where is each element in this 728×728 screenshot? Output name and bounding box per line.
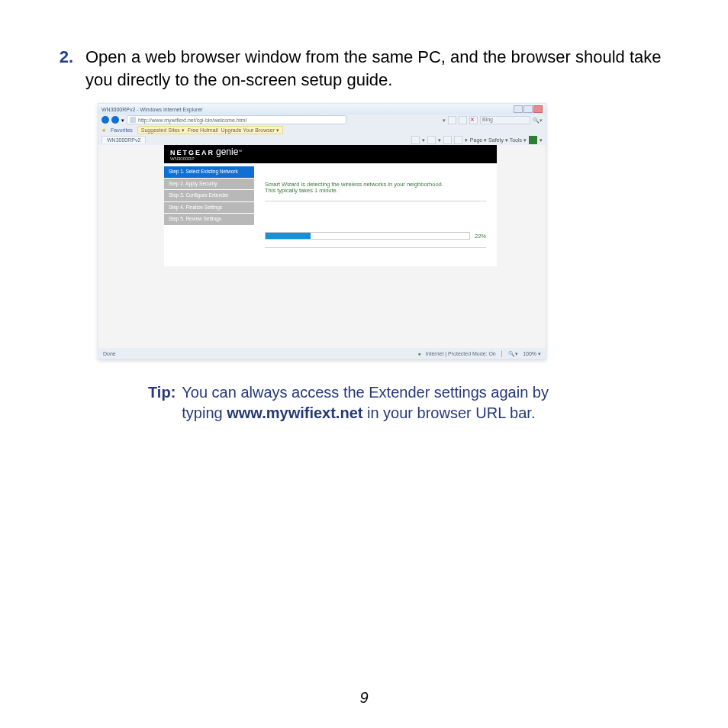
globe-icon: ● — [417, 351, 420, 356]
forward-icon[interactable] — [111, 116, 119, 124]
document-page: 2. Open a web browser window from the sa… — [0, 0, 728, 728]
ie-toolbar: ▾ ▾ ▾ Page ▾ Safety ▾ Tools ▾ ▾ — [411, 136, 543, 144]
tip-label: Tip: — [148, 382, 176, 424]
free-hotmail-link[interactable]: Free Hotmail — [188, 127, 218, 133]
step-number: 2. — [52, 46, 73, 91]
search-input[interactable]: Bing — [480, 116, 530, 124]
tip-block: Tip: You can always access the Extender … — [148, 382, 575, 424]
step-text: Open a web browser window from the same … — [85, 46, 676, 91]
favorites-bar: ★ Favorites Suggested Sites ▾ Free Hotma… — [98, 125, 546, 134]
instruction-step: 2. Open a web browser window from the sa… — [52, 46, 676, 91]
wizard-step-1[interactable]: Step 1. Select Existing Network — [164, 166, 254, 179]
page-number: 9 — [0, 689, 728, 707]
left-gutter — [98, 145, 164, 348]
zoom-icon[interactable]: 🔍▾ — [508, 351, 518, 356]
home-icon[interactable] — [411, 136, 420, 144]
url-dropdown-icon[interactable]: ▾ — [443, 118, 446, 123]
minimize-button[interactable] — [514, 105, 523, 113]
favorites-pill[interactable]: Suggested Sites ▾ Free Hotmail Upgrade Y… — [137, 126, 283, 134]
wizard-content: Smart Wizard is detecting the wireless n… — [254, 163, 497, 266]
status-bar: Done ● Internet | Protected Mode: On │ 🔍… — [98, 348, 546, 359]
dropdown-icon[interactable]: ▾ — [121, 118, 124, 123]
divider — [265, 201, 486, 201]
browser-screenshot: WN3000RPv2 - Windows Internet Explorer ▾… — [98, 103, 546, 359]
search-icon[interactable]: 🔍▾ — [533, 118, 543, 123]
status-zoom[interactable]: 100% ▾ — [523, 351, 541, 356]
compat-icon[interactable] — [459, 116, 467, 124]
brand-product: genie — [216, 147, 238, 157]
url-input[interactable]: http://www.mywifiext.net/cgi-bin/welcome… — [127, 115, 346, 124]
url-text: http://www.mywifiext.net/cgi-bin/welcome… — [138, 118, 246, 123]
divider — [265, 247, 486, 248]
window-buttons — [513, 105, 543, 113]
wizard-message-2: This typically takes 1 minute. — [265, 188, 486, 194]
tip-text: You can always access the Extender setti… — [182, 382, 575, 424]
brand-name: NETGEAR — [170, 149, 214, 156]
wizard-step-2[interactable]: Step 2. Apply Security — [164, 179, 254, 191]
status-left: Done — [103, 351, 116, 356]
brand-model: WN3000RP — [170, 156, 242, 161]
feeds-icon[interactable] — [427, 136, 436, 144]
wizard-step-4[interactable]: Step 4. Finalize Settings — [164, 202, 254, 214]
close-button[interactable] — [533, 105, 543, 113]
brand-header: NETGEAR genie™ WN3000RP — [164, 145, 497, 163]
print-icon[interactable] — [454, 136, 462, 144]
status-mode: Internet | Protected Mode: On — [426, 351, 496, 356]
help-icon[interactable] — [529, 136, 537, 144]
progress-fill — [266, 233, 311, 239]
address-bar-row: ▾ http://www.mywifiext.net/cgi-bin/welco… — [98, 114, 546, 125]
maximize-button[interactable] — [523, 105, 533, 113]
favorites-star-icon[interactable]: ★ — [101, 127, 106, 133]
window-titlebar: WN3000RPv2 - Windows Internet Explorer — [98, 104, 546, 114]
progress-bar — [265, 232, 470, 240]
tip-url: www.mywifiext.net — [227, 404, 362, 421]
wizard-step-5[interactable]: Step 5. Review Settings — [164, 214, 254, 226]
toolbar-menus[interactable]: Page ▾ Safety ▾ Tools ▾ — [470, 137, 527, 143]
wizard-steps: Step 1. Select Existing Network Step 2. … — [164, 163, 254, 266]
refresh-icon[interactable] — [448, 116, 456, 124]
wizard-step-3[interactable]: Step 3. Configure Extender — [164, 190, 254, 202]
favorites-label: Favorites — [111, 127, 133, 133]
window-title: WN3000RPv2 - Windows Internet Explorer — [101, 107, 203, 112]
mail-icon[interactable] — [443, 136, 452, 144]
progress-percent: 22% — [475, 234, 486, 240]
upgrade-browser-link[interactable]: Upgrade Your Browser ▾ — [221, 127, 279, 133]
suggested-sites-link[interactable]: Suggested Sites ▾ — [141, 127, 185, 133]
back-icon[interactable] — [101, 116, 109, 124]
page-icon — [130, 117, 136, 123]
page-body: NETGEAR genie™ WN3000RP Step 1. Select E… — [98, 145, 546, 348]
status-divider: │ — [501, 351, 504, 356]
tab-strip: WN3000RPv2 ▾ ▾ ▾ Page ▾ Safety ▾ Tools ▾… — [98, 134, 546, 145]
browser-tab[interactable]: WN3000RPv2 — [101, 136, 146, 143]
right-gutter — [497, 145, 546, 348]
stop-icon[interactable]: ✕ — [469, 116, 478, 124]
